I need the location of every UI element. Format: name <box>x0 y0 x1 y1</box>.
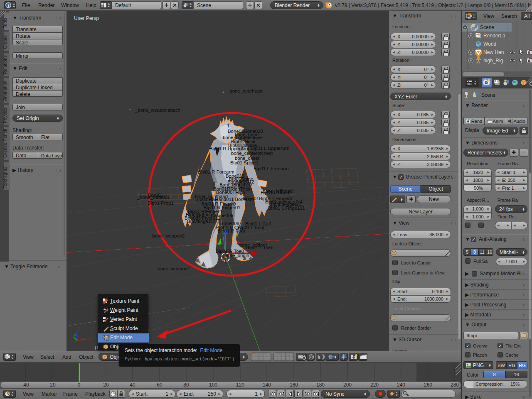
svg-text:high_Rig: high_Rig <box>483 58 503 64</box>
svg-text:Torchlight2: Torchlight2 <box>2 166 7 188</box>
svg-text:x: x <box>88 337 90 341</box>
svg-text:Scene: Scene <box>480 24 494 30</box>
svg-text:New Hen: New Hen <box>483 49 504 55</box>
svg-text:Animation: Animation <box>2 81 7 101</box>
svg-text:y: y <box>74 333 76 337</box>
svg-text:RenderLa: RenderLa <box>483 33 505 39</box>
svg-text:Physics: Physics <box>2 108 7 123</box>
svg-text:Relations: Relations <box>2 55 7 74</box>
svg-text:World: World <box>483 41 496 47</box>
svg-text:z: z <box>78 326 80 331</box>
svg-text:Tools: Tools <box>2 17 7 28</box>
svg-text:Grease Pencil: Grease Pencil <box>2 129 7 158</box>
svg-text:i: i <box>8 3 9 7</box>
svg-text:Create: Create <box>2 35 7 49</box>
